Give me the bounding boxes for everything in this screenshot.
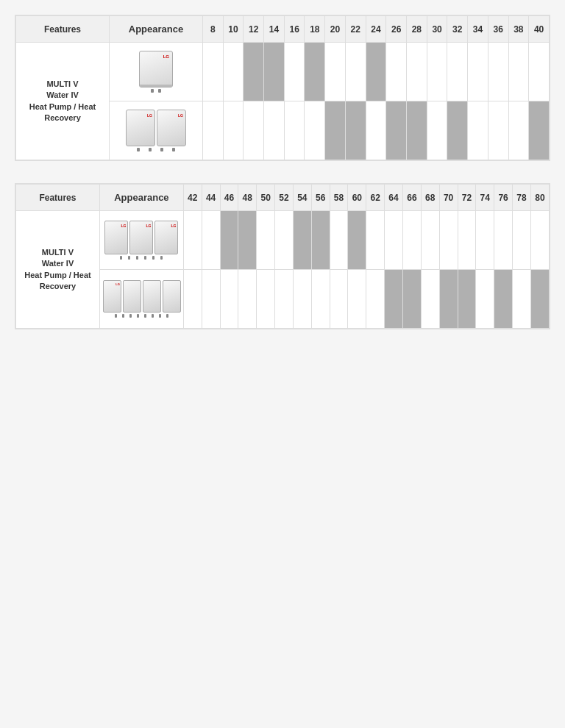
- t2-r2-c17: [476, 270, 494, 329]
- t2-r2-c16: [458, 270, 476, 329]
- t2-r1-c6: [275, 211, 294, 270]
- num-22: 22: [345, 16, 366, 43]
- t2-r1-c15: [439, 211, 458, 270]
- num-44: 44: [202, 185, 220, 211]
- num-68: 68: [421, 185, 439, 211]
- features-header-2: Features: [16, 185, 100, 211]
- t2-r2-c5: [257, 270, 275, 329]
- num-20: 20: [325, 16, 346, 43]
- cell-r2-c1: [202, 101, 223, 160]
- unit-image-quad-1: LG: [99, 270, 183, 329]
- cell-r2-c16: [508, 101, 529, 160]
- cell-r2-c5: [284, 101, 305, 160]
- cell-r2-c7: [325, 101, 346, 160]
- cell-r1-c14: [468, 43, 488, 101]
- t2-r2-c18: [494, 270, 513, 329]
- t2-r2-c12: [385, 270, 403, 329]
- cell-r1-c13: [447, 43, 468, 101]
- num-10: 10: [223, 16, 244, 43]
- appearance-header-1: Appearance: [109, 16, 202, 43]
- num-70: 70: [439, 185, 458, 211]
- cell-r2-c2: [223, 101, 244, 160]
- num-28: 28: [407, 16, 427, 43]
- num-66: 66: [402, 185, 421, 211]
- cell-r2-c9: [366, 101, 386, 160]
- num-72: 72: [458, 185, 476, 211]
- num-54: 54: [293, 185, 311, 211]
- page-container: Features Appearance 8 10 12 14 16 18 20 …: [15, 15, 550, 329]
- num-18: 18: [305, 16, 325, 43]
- t2-r2-c15: [439, 270, 458, 329]
- num-30: 30: [427, 16, 447, 43]
- t2-r1-c2: [202, 211, 220, 270]
- cell-r2-c10: [386, 101, 407, 160]
- num-12: 12: [244, 16, 264, 43]
- cell-r1-c4: [264, 43, 285, 101]
- t2-r2-c1: [183, 270, 202, 329]
- num-64: 64: [385, 185, 403, 211]
- cell-r1-c8: [345, 43, 366, 101]
- t2-r1-c11: [366, 211, 385, 270]
- num-36: 36: [488, 16, 508, 43]
- cell-r1-c10: [386, 43, 407, 101]
- unit-image-double-1: LG LG: [109, 101, 202, 160]
- t2-r1-c20: [530, 211, 549, 270]
- table-row: MULTI VWater IVHeat Pump / HeatRecovery …: [16, 43, 550, 101]
- num-80: 80: [530, 185, 549, 211]
- t2-r1-c5: [257, 211, 275, 270]
- num-26: 26: [386, 16, 407, 43]
- t2-r2-c2: [202, 270, 220, 329]
- cell-r2-c14: [468, 101, 488, 160]
- cell-r2-c3: [244, 101, 264, 160]
- cell-r1-c9: [366, 43, 386, 101]
- cell-r2-c15: [488, 101, 508, 160]
- t2-r1-c17: [476, 211, 494, 270]
- t2-r2-c9: [330, 270, 348, 329]
- t2-r1-c18: [494, 211, 513, 270]
- table-1-wrapper: Features Appearance 8 10 12 14 16 18 20 …: [15, 15, 550, 161]
- num-52: 52: [275, 185, 294, 211]
- t2-r1-c19: [513, 211, 531, 270]
- num-48: 48: [238, 185, 257, 211]
- t2-r1-c13: [402, 211, 421, 270]
- num-24: 24: [366, 16, 386, 43]
- cell-r1-c1: [202, 43, 223, 101]
- table-2-wrapper: Features Appearance 42 44 46 48 50 52 54…: [15, 183, 550, 329]
- cell-r1-c6: [305, 43, 325, 101]
- cell-r2-c4: [264, 101, 285, 160]
- num-56: 56: [311, 185, 330, 211]
- t2-r2-c8: [311, 270, 330, 329]
- cell-r1-c11: [407, 43, 427, 101]
- t2-r2-c19: [513, 270, 531, 329]
- t2-r2-c10: [348, 270, 366, 329]
- cell-r2-c8: [345, 101, 366, 160]
- t2-r1-c4: [238, 211, 257, 270]
- t2-r1-c3: [220, 211, 238, 270]
- table-row-3: MULTI VWater IVHeat Pump / HeatRecovery …: [16, 211, 550, 270]
- num-42: 42: [183, 185, 202, 211]
- table-2: Features Appearance 42 44 46 48 50 52 54…: [15, 184, 550, 329]
- num-8: 8: [202, 16, 223, 43]
- appearance-header-2: Appearance: [99, 185, 183, 211]
- features-header-1: Features: [16, 16, 110, 43]
- num-76: 76: [494, 185, 513, 211]
- t2-r2-c20: [530, 270, 549, 329]
- cell-r1-c3: [244, 43, 264, 101]
- num-40: 40: [529, 16, 550, 43]
- t2-r2-c6: [275, 270, 294, 329]
- cell-r2-c11: [407, 101, 427, 160]
- cell-r2-c17: [529, 101, 550, 160]
- feature-label-2: MULTI VWater IVHeat Pump / HeatRecovery: [16, 211, 100, 329]
- t2-r1-c10: [348, 211, 366, 270]
- num-62: 62: [366, 185, 385, 211]
- num-38: 38: [508, 16, 529, 43]
- t2-r2-c13: [402, 270, 421, 329]
- t2-r1-c9: [330, 211, 348, 270]
- cell-r1-c15: [488, 43, 508, 101]
- num-78: 78: [513, 185, 531, 211]
- num-50: 50: [257, 185, 275, 211]
- num-32: 32: [447, 16, 468, 43]
- cell-r1-c2: [223, 43, 244, 101]
- t2-r1-c16: [458, 211, 476, 270]
- cell-r1-c16: [508, 43, 529, 101]
